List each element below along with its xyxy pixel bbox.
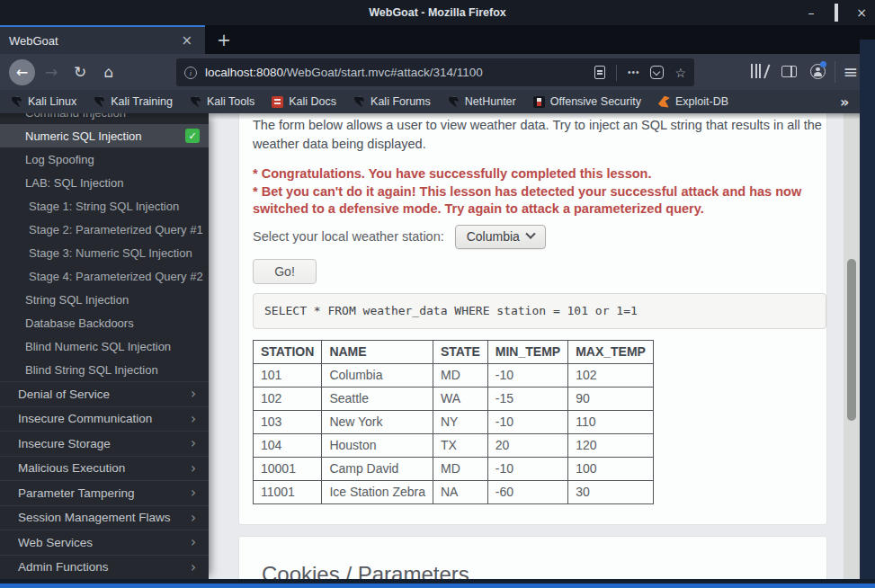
window-maximize-button[interactable] <box>830 6 843 19</box>
url-bar[interactable]: i localhost:8080/WebGoat/start.mvc#attac… <box>176 58 694 86</box>
sidebar-category-denial-of-service[interactable]: Denial of Service› <box>0 381 209 406</box>
sidebar-item-numeric-sql-injection[interactable]: Numeric SQL Injection ✓ <box>0 124 209 147</box>
site-info-icon[interactable]: i <box>184 67 197 79</box>
window-close-button[interactable]: × <box>855 6 868 19</box>
chevron-right-icon: › <box>191 485 196 501</box>
reader-mode-icon[interactable] <box>594 66 605 79</box>
station-form-row: Select your local weather station: Colum… <box>253 225 813 249</box>
lesson-intro-text: The form below allows a user to view wea… <box>253 114 835 154</box>
sidebar-category-parameter-tampering[interactable]: Parameter Tampering› <box>0 480 209 505</box>
bookmark-nethunter[interactable]: NetHunter <box>448 95 516 108</box>
bookmark-star-icon[interactable]: ☆ <box>674 66 686 80</box>
sidebar-item-stage-1[interactable]: Stage 1: String SQL Injection <box>0 194 209 218</box>
sidebar-category-label: Session Management Flaws <box>18 511 191 524</box>
table-cell: -10 <box>487 457 567 480</box>
sidebar-item-blind-string-sql-injection[interactable]: Blind String SQL Injection <box>0 358 209 381</box>
kali-dragon-icon <box>448 96 460 108</box>
bookmark-kali-tools[interactable]: Kali Tools <box>190 95 254 108</box>
message-defensive-mode: * Bet you can't do it again! This lesson… <box>253 183 819 218</box>
sidebar-category-label: Insecure Communication <box>18 412 191 425</box>
sidebar-category-admin-functions[interactable]: Admin Functions› <box>0 555 209 580</box>
cookies-parameters-card: Cookies / Parameters <box>238 536 827 579</box>
sidebar-item-label: Stage 2: Parameterized Query #1 <box>29 223 203 236</box>
sidebar-category-malicious-execution[interactable]: Malicious Execution› <box>0 456 209 481</box>
url-host: localhost:8080 <box>205 66 283 79</box>
lesson-card: The form below allows a user to view wea… <box>238 113 827 525</box>
tab-close-icon[interactable]: × <box>177 32 196 49</box>
sidebar-category-insecure-storage[interactable]: Insecure Storage› <box>0 431 209 456</box>
lesson-messages: * Congratulations. You have successfully… <box>253 165 819 218</box>
home-button[interactable]: ⌂ <box>97 54 121 90</box>
chevron-right-icon: › <box>191 435 196 451</box>
table-cell: 104 <box>254 433 322 457</box>
table-cell: 110 <box>568 410 654 433</box>
toolbar-separator <box>835 61 835 83</box>
message-congratulations: * Congratulations. You have successfully… <box>253 165 819 183</box>
sidebar-item-label: Stage 4: Parameterized Query #2 <box>29 270 203 283</box>
page-scrollbar-track[interactable] <box>844 113 860 579</box>
desktop-bottom-highlight <box>0 584 875 588</box>
tab-title: WebGoat <box>9 34 177 48</box>
page-actions-icon[interactable]: ••• <box>628 67 640 77</box>
sidebar-item-stage-3[interactable]: Stage 3: Numeric SQL Injection <box>0 241 209 264</box>
reload-button[interactable]: ↻ <box>68 54 92 90</box>
sidebar-item-label: LAB: SQL Injection <box>25 176 123 190</box>
sidebar-item-lab-sql-injection[interactable]: LAB: SQL Injection <box>0 171 209 194</box>
pocket-icon[interactable] <box>650 66 664 79</box>
table-cell: -15 <box>487 387 567 410</box>
weather-station-select[interactable]: Columbia <box>455 225 546 249</box>
sidebar-item-string-sql-injection[interactable]: String SQL Injection <box>0 288 209 311</box>
offensive-security-icon <box>533 96 545 108</box>
bookmark-kali-forums[interactable]: Kali Forums <box>353 95 431 108</box>
table-row: 103New YorkNY-10110 <box>254 410 654 433</box>
back-button[interactable]: ← <box>9 59 35 85</box>
sidebar-item-label: Blind String SQL Injection <box>25 363 158 377</box>
bookmark-exploit-db[interactable]: Exploit-DB <box>658 95 728 108</box>
sidebar-toggle-icon[interactable] <box>781 66 797 77</box>
forward-button[interactable]: → <box>40 54 63 90</box>
tab-webgoat[interactable]: WebGoat × <box>0 25 205 54</box>
account-badge <box>820 61 826 67</box>
sidebar-item-command-injection[interactable]: Command Injection <box>0 113 209 124</box>
sql-query-output: SELECT * FROM weather_data WHERE station… <box>253 293 826 329</box>
table-cell: NY <box>433 410 488 433</box>
kali-dragon-icon <box>11 96 22 108</box>
bookmark-offensive-security[interactable]: Offensive Security <box>533 95 641 108</box>
sidebar-item-stage-4[interactable]: Stage 4: Parameterized Query #2 <box>0 264 209 288</box>
maximize-icon <box>835 4 838 22</box>
table-cell: Seattle <box>322 387 433 410</box>
new-tab-button[interactable]: + <box>209 25 239 54</box>
sidebar-item-label: Database Backdoors <box>25 316 134 330</box>
sidebar-item-log-spoofing[interactable]: Log Spoofing <box>0 147 209 171</box>
table-header-row: STATION NAME STATE MIN_TEMP MAX_TEMP <box>254 340 654 363</box>
bookmarks-overflow-chevron[interactable]: » <box>840 90 849 113</box>
sidebar-item-blind-numeric-sql-injection[interactable]: Blind Numeric SQL Injection <box>0 334 209 358</box>
bookmark-kali-training[interactable]: Kali Training <box>94 95 173 108</box>
hamburger-menu-icon[interactable]: ≡ <box>842 59 860 85</box>
table-row: 104HoustonTX20120 <box>254 433 654 457</box>
table-row: 101ColumbiaMD-10102 <box>254 363 654 387</box>
bookmark-kali-docs[interactable]: Kali Docs <box>272 95 336 108</box>
column-header: MAX_TEMP <box>568 340 654 363</box>
table-cell: 102 <box>254 387 322 410</box>
sidebar-category-insecure-communication[interactable]: Insecure Communication› <box>0 406 209 432</box>
chevron-right-icon: › <box>191 510 196 526</box>
window-minimize-button[interactable]: – <box>805 6 817 19</box>
page-scrollbar-thumb[interactable] <box>847 259 856 421</box>
sidebar-category-session-management-flaws[interactable]: Session Management Flaws› <box>0 505 209 530</box>
cookies-parameters-heading: Cookies / Parameters <box>262 562 826 579</box>
go-button[interactable]: Go! <box>253 259 317 284</box>
exploit-db-icon <box>658 96 670 108</box>
table-cell: Ice Station Zebra <box>322 480 433 503</box>
table-cell: 120 <box>568 433 654 457</box>
sidebar-item-stage-2[interactable]: Stage 2: Parameterized Query #1 <box>0 218 209 241</box>
sidebar-category-web-services[interactable]: Web Services› <box>0 530 209 555</box>
library-icon[interactable] <box>751 64 767 80</box>
table-row: 102SeattleWA-1590 <box>254 387 654 410</box>
sidebar-item-label: String SQL Injection <box>25 293 129 307</box>
sidebar-category-label: Admin Functions <box>18 560 191 574</box>
chevron-right-icon: › <box>191 559 196 575</box>
bookmark-kali-linux[interactable]: Kali Linux <box>11 95 76 108</box>
table-cell: 20 <box>487 433 567 457</box>
sidebar-item-database-backdoors[interactable]: Database Backdoors <box>0 311 209 334</box>
